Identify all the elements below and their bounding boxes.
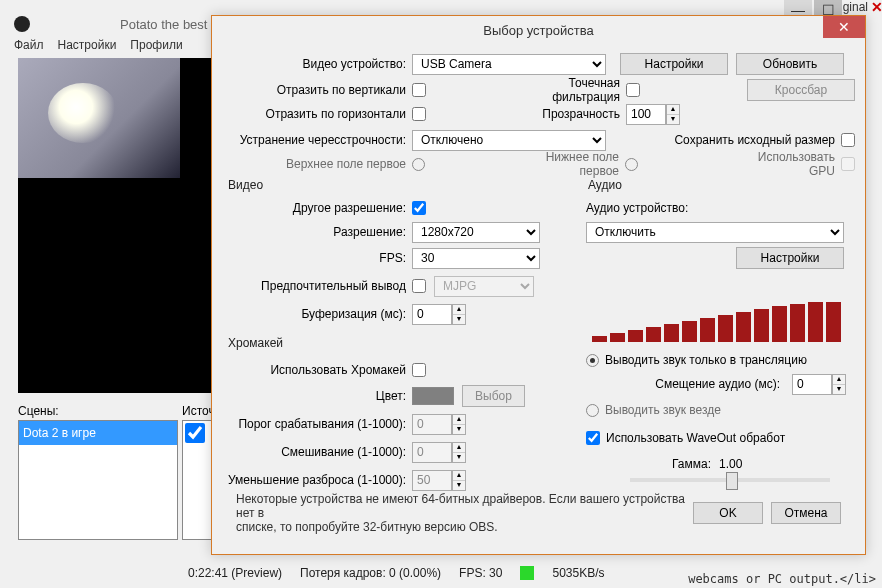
keep-size-checkbox[interactable] xyxy=(841,133,855,147)
status-time: 0:22:41 (Preview) xyxy=(188,566,282,580)
device-dialog: Выбор устройства ✕ Видео устройство: USB… xyxy=(211,15,866,555)
resolution-select[interactable]: 1280x720 xyxy=(412,222,540,243)
bottom-first-label: Нижнее поле первое xyxy=(525,150,625,178)
deint-label: Устранение чересстрочности: xyxy=(222,133,412,147)
audio-meter xyxy=(592,302,842,342)
buffer-label: Буферизация (мс): xyxy=(222,307,412,321)
crossbar-button: Кроссбар xyxy=(747,79,855,101)
chroma-color-swatch xyxy=(412,387,454,405)
bottom-first-radio xyxy=(625,158,638,171)
use-chroma-checkbox[interactable] xyxy=(412,363,426,377)
audio-group-label: Аудио xyxy=(588,178,622,192)
device-settings-button[interactable]: Настройки xyxy=(620,53,728,75)
use-chroma-label: Использовать Хромакей xyxy=(222,363,412,377)
scenes-label: Сцены: xyxy=(18,404,59,418)
opacity-label: Прозрачность xyxy=(536,107,626,121)
flip-h-checkbox[interactable] xyxy=(412,107,426,121)
ok-button[interactable]: OK xyxy=(693,502,763,524)
use-gpu-label: Использовать GPU xyxy=(731,150,841,178)
pref-out-select: MJPG xyxy=(434,276,534,297)
cancel-button[interactable]: Отмена xyxy=(771,502,841,524)
close-tab-icon[interactable]: ✕ xyxy=(871,0,882,15)
pick-color-button: Выбор xyxy=(462,385,525,407)
out-stream-label: Выводить звук только в трансляцию xyxy=(605,353,807,367)
gamma-slider[interactable] xyxy=(630,478,830,482)
blend-label: Смешивание (1-1000): xyxy=(222,445,412,459)
gamma-value: 1.00 xyxy=(719,457,742,471)
dialog-title: Выбор устройства xyxy=(212,16,865,44)
gamma-label: Гамма: xyxy=(672,457,711,471)
use-gpu-checkbox xyxy=(841,157,855,171)
keep-size-label: Сохранить исходный размер xyxy=(671,133,841,147)
sources-list[interactable] xyxy=(182,420,212,540)
menu-bar: Файл Настройки Профили xyxy=(14,38,183,52)
audio-offset-spin[interactable]: ▲▼ xyxy=(792,374,846,395)
top-first-radio xyxy=(412,158,425,171)
video-group-label: Видео xyxy=(228,178,263,192)
top-first-label: Верхнее поле первое xyxy=(222,157,412,171)
chroma-color-label: Цвет: xyxy=(222,389,412,403)
status-indicator xyxy=(520,566,534,580)
audio-device-select[interactable]: Отключить xyxy=(586,222,844,243)
point-filter-checkbox[interactable] xyxy=(626,83,640,97)
source-visibility-checkbox[interactable] xyxy=(185,423,205,443)
out-all-label: Выводить звук везде xyxy=(605,403,727,417)
menu-settings[interactable]: Настройки xyxy=(58,38,117,52)
pref-out-checkbox[interactable] xyxy=(412,279,426,293)
webcam-thumb xyxy=(18,58,180,178)
status-fps: FPS: 30 xyxy=(459,566,502,580)
refresh-button[interactable]: Обновить xyxy=(736,53,844,75)
waveout-label: Использовать WaveOut обработ xyxy=(606,431,785,445)
spill-spin[interactable]: ▲▼ xyxy=(412,470,466,491)
point-filter-label: Точечная фильтрация xyxy=(546,76,626,104)
fps-label: FPS: xyxy=(222,251,412,265)
bg-text-bottom: webcams or PC output.</li> xyxy=(688,572,876,586)
buffer-spin[interactable]: ▲▼ xyxy=(412,304,466,325)
menu-file[interactable]: Файл xyxy=(14,38,44,52)
resolution-label: Разрешение: xyxy=(222,225,412,239)
fps-select[interactable]: 30 xyxy=(412,248,540,269)
waveout-checkbox[interactable] xyxy=(586,431,600,445)
custom-res-checkbox[interactable] xyxy=(412,201,426,215)
custom-res-label: Другое разрешение: xyxy=(222,201,412,215)
video-device-label: Видео устройство: xyxy=(222,57,412,71)
spill-label: Уменьшение разброса (1-1000): xyxy=(222,473,412,487)
flip-v-checkbox[interactable] xyxy=(412,83,426,97)
audio-settings-button[interactable]: Настройки xyxy=(736,247,844,269)
menu-profiles[interactable]: Профили xyxy=(130,38,182,52)
scenes-list[interactable]: Dota 2 в игре xyxy=(18,420,178,540)
flip-v-label: Отразить по вертикали xyxy=(222,83,412,97)
status-bitrate: 5035KB/s xyxy=(552,566,604,580)
audio-device-label: Аудио устройство: xyxy=(586,201,688,215)
audio-offset-label: Смещение аудио (мс): xyxy=(655,377,786,391)
threshold-label: Порог срабатывания (1-1000): xyxy=(222,417,412,431)
opacity-input[interactable] xyxy=(626,104,666,125)
deint-select[interactable]: Отключено xyxy=(412,130,606,151)
driver-note: Некоторые устройства не имеют 64-битных … xyxy=(236,492,685,534)
app-icon xyxy=(14,16,30,32)
blend-spin[interactable]: ▲▼ xyxy=(412,442,466,463)
video-device-select[interactable]: USB Camera xyxy=(412,54,606,75)
flip-h-label: Отразить по горизонтали xyxy=(222,107,412,121)
opacity-spin[interactable]: ▲▼ xyxy=(626,104,680,125)
dialog-close-button[interactable]: ✕ xyxy=(823,16,865,38)
status-drop: Потеря кадров: 0 (0.00%) xyxy=(300,566,441,580)
scene-row[interactable]: Dota 2 в игре xyxy=(19,421,177,445)
threshold-spin[interactable]: ▲▼ xyxy=(412,414,466,435)
chroma-group-label: Хромакей xyxy=(228,336,283,350)
bg-tab-text: ginal xyxy=(843,0,868,14)
out-stream-radio[interactable] xyxy=(586,354,599,367)
pref-out-label: Предпочтительный вывод xyxy=(222,279,412,293)
buffer-input[interactable] xyxy=(412,304,452,325)
out-all-radio[interactable] xyxy=(586,404,599,417)
